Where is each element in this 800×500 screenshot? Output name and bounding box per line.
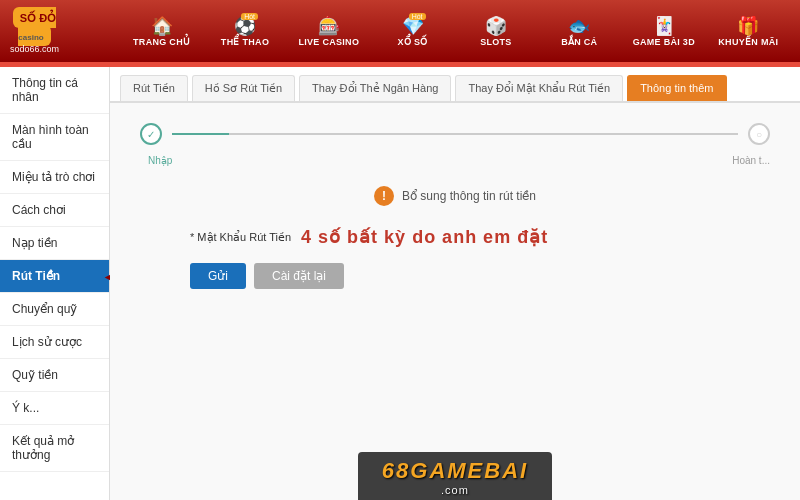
nav-item-the-thao[interactable]: ⚽ Hót THỂ THAO [215,15,275,47]
info-icon: ! [374,186,394,206]
password-row: * Mật Khẩu Rút Tiền 4 số bất kỳ do anh e… [190,226,720,248]
sidebar-item-rut-tien[interactable]: Rút Tiền ◀ [0,260,109,293]
progress-area: ✓ ○ [110,103,800,155]
sidebar-item-cach-choi[interactable]: Cách chơi [0,194,109,227]
nav-label-game-bai-3d: GAME BÀI 3D [633,37,695,47]
info-text: Bổ sung thông tin rút tiền [402,189,536,203]
tab-thay-doi-mat-khau-rut-tien[interactable]: Thay Đổi Mật Khẩu Rút Tiền [455,75,623,101]
lottery-badge: Hót [409,13,426,20]
sidebar-item-nap-tien[interactable]: Nạp tiền [0,227,109,260]
nav-item-khuyen-mai[interactable]: 🎁 KHUYẾN MÃI [718,15,778,47]
cards-icon: 🃏 [653,16,675,36]
watermark: 68GAMEBAI .com [110,452,800,500]
watermark-text: 68GAMEBAI .com [358,452,552,500]
nav-label-trang-chu: TRANG CHỦ [133,37,190,47]
sidebar-item-y-kien[interactable]: Ý k... [0,392,109,425]
sidebar-item-lich-su-cuoc[interactable]: Lịch sử cược [0,326,109,359]
gift-icon: 🎁 [737,16,759,36]
nav-label-live-casino: LIVE CASINO [298,37,359,47]
casino-icon: 🎰 [318,16,340,36]
fish-icon: 🐟 [568,16,590,36]
main-layout: Thông tin cá nhân Màn hình toàn cầu Miệu… [0,67,800,500]
sidebar-item-thong-tin-ca-nhan[interactable]: Thông tin cá nhân [0,67,109,114]
watermark-main: 68GAMEBAI [382,458,528,483]
sidebar: Thông tin cá nhân Màn hình toàn cầu Miệu… [0,67,110,500]
info-box: ! Bổ sung thông tin rút tiền [140,186,770,206]
submit-button[interactable]: Gửi [190,263,246,289]
button-row: Gửi Cài đặt lại [110,263,800,289]
logo-area: SỐ ĐỎ casino sodo66.com [10,8,120,54]
progress-labels: Nhập Hoàn t... [110,155,800,166]
progress-label-end: Hoàn t... [732,155,770,166]
sidebar-item-mieu-ta-tro-choi[interactable]: Miệu tả trò chơi [0,161,109,194]
tab-ho-so-rut-tien[interactable]: Hồ Sơ Rút Tiền [192,75,295,101]
nav-label-ban-ca: BẮN CÁ [561,37,597,47]
tab-thay-doi-the-ngan-hang[interactable]: Thay Đổi Thẻ Ngân Hàng [299,75,451,101]
nav-item-live-casino[interactable]: 🎰 LIVE CASINO [298,15,359,47]
sidebar-item-quy-tien[interactable]: Quỹ tiền [0,359,109,392]
content-area: Rút Tiền Hồ Sơ Rút Tiền Thay Đổi Thẻ Ngâ… [110,67,800,500]
password-value: 4 số bất kỳ do anh em đặt [301,226,548,248]
nav-item-trang-chu[interactable]: 🏠 TRANG CHỦ [132,15,192,47]
nav-item-game-bai-3d[interactable]: 🃏 GAME BÀI 3D [633,15,695,47]
sidebar-item-chuyen-quy[interactable]: Chuyển quỹ [0,293,109,326]
tab-thong-tin-them[interactable]: Thông tin thêm [627,75,726,101]
nav-label-xo-so: XỔ SỐ [398,37,428,47]
nav-label-khuyen-mai: KHUYẾN MÃI [718,37,778,47]
logo-sub: sodo66.com [10,44,59,54]
sports-badge: Hót [241,13,258,20]
nav-items: 🏠 TRANG CHỦ ⚽ Hót THỂ THAO 🎰 LIVE CASINO… [120,15,790,47]
progress-label-start: Nhập [148,155,172,166]
sidebar-item-man-hinh-toan-cau[interactable]: Màn hình toàn cầu [0,114,109,161]
nav-item-slots[interactable]: 🎲 SLOTS [466,15,526,47]
password-label: * Mật Khẩu Rút Tiền [190,231,291,244]
slots-icon: 🎲 [485,16,507,36]
nav-item-ban-ca[interactable]: 🐟 BẮN CÁ [549,15,609,47]
nav-item-xo-so[interactable]: 💎 Hót XỔ SỐ [383,15,443,47]
progress-dot-start: ✓ [140,123,162,145]
sidebar-item-ket-qua-mo-thuong[interactable]: Kết quả mở thưởng [0,425,109,472]
nav-label-slots: SLOTS [480,37,512,47]
form-area: * Mật Khẩu Rút Tiền 4 số bất kỳ do anh e… [110,226,800,248]
tab-rut-tien[interactable]: Rút Tiền [120,75,188,101]
reset-button[interactable]: Cài đặt lại [254,263,344,289]
home-icon: 🏠 [151,16,173,36]
logo-text: SỐ ĐỎ casino [13,7,56,46]
progress-line [172,133,738,135]
tab-bar: Rút Tiền Hồ Sơ Rút Tiền Thay Đổi Thẻ Ngâ… [110,67,800,103]
header: SỐ ĐỎ casino sodo66.com 🏠 TRANG CHỦ ⚽ Hó… [0,0,800,62]
progress-dot-end: ○ [748,123,770,145]
watermark-sub: .com [382,484,528,496]
nav-label-the-thao: THỂ THAO [221,37,269,47]
